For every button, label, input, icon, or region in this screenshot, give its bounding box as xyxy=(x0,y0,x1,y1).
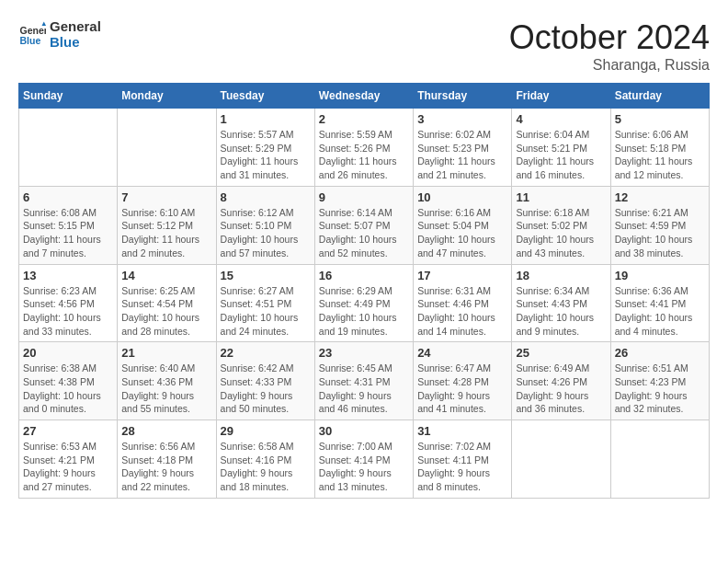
month-title: October 2024 xyxy=(509,18,710,57)
calendar-cell: 17Sunrise: 6:31 AM Sunset: 4:46 PM Dayli… xyxy=(414,264,512,342)
day-number: 25 xyxy=(516,346,606,360)
day-number: 15 xyxy=(221,269,311,282)
logo: General Blue General Blue xyxy=(18,18,101,50)
day-number: 8 xyxy=(221,190,311,204)
calendar-cell: 30Sunrise: 7:00 AM Sunset: 4:14 PM Dayli… xyxy=(314,420,413,499)
day-info: Sunrise: 6:25 AM Sunset: 4:54 PM Dayligh… xyxy=(121,284,211,339)
calendar-cell: 28Sunrise: 6:56 AM Sunset: 4:18 PM Dayli… xyxy=(118,420,216,499)
calendar-cell: 7Sunrise: 6:10 AM Sunset: 5:12 PM Daylig… xyxy=(118,186,216,264)
calendar-cell: 10Sunrise: 6:16 AM Sunset: 5:04 PM Dayli… xyxy=(414,186,512,264)
day-info: Sunrise: 7:02 AM Sunset: 4:11 PM Dayligh… xyxy=(417,440,507,494)
day-info: Sunrise: 6:31 AM Sunset: 4:46 PM Dayligh… xyxy=(417,284,507,339)
calendar-table: SundayMondayTuesdayWednesdayThursdayFrid… xyxy=(18,83,710,499)
day-number: 31 xyxy=(417,424,507,438)
day-number: 12 xyxy=(615,190,705,204)
day-number: 18 xyxy=(516,269,606,282)
day-info: Sunrise: 6:51 AM Sunset: 4:23 PM Dayligh… xyxy=(615,362,705,416)
calendar-cell: 26Sunrise: 6:51 AM Sunset: 4:23 PM Dayli… xyxy=(610,342,709,420)
day-info: Sunrise: 6:18 AM Sunset: 5:02 PM Dayligh… xyxy=(516,206,606,260)
day-info: Sunrise: 5:57 AM Sunset: 5:29 PM Dayligh… xyxy=(221,128,311,182)
calendar-cell: 23Sunrise: 6:45 AM Sunset: 4:31 PM Dayli… xyxy=(314,342,413,420)
day-number: 7 xyxy=(121,190,211,204)
day-info: Sunrise: 6:36 AM Sunset: 4:41 PM Dayligh… xyxy=(615,284,705,339)
day-number: 30 xyxy=(319,424,409,438)
day-number: 22 xyxy=(221,346,311,360)
calendar-cell: 31Sunrise: 7:02 AM Sunset: 4:11 PM Dayli… xyxy=(414,420,512,499)
day-number: 29 xyxy=(221,424,311,438)
day-info: Sunrise: 6:29 AM Sunset: 4:49 PM Dayligh… xyxy=(319,284,409,339)
calendar-cell: 12Sunrise: 6:21 AM Sunset: 4:59 PM Dayli… xyxy=(610,186,709,264)
calendar-cell: 20Sunrise: 6:38 AM Sunset: 4:38 PM Dayli… xyxy=(19,342,118,420)
day-info: Sunrise: 6:16 AM Sunset: 5:04 PM Dayligh… xyxy=(417,206,507,260)
calendar-cell: 2Sunrise: 5:59 AM Sunset: 5:26 PM Daylig… xyxy=(314,109,413,187)
day-number: 4 xyxy=(516,112,606,126)
day-info: Sunrise: 6:08 AM Sunset: 5:15 PM Dayligh… xyxy=(23,206,113,260)
day-number: 24 xyxy=(417,346,507,360)
day-number: 13 xyxy=(23,269,113,282)
page-header: General Blue General Blue October 2024 S… xyxy=(18,18,710,74)
day-info: Sunrise: 7:00 AM Sunset: 4:14 PM Dayligh… xyxy=(319,440,409,494)
title-area: October 2024 Sharanga, Russia xyxy=(509,18,710,74)
day-number: 28 xyxy=(121,424,211,438)
calendar-cell: 1Sunrise: 5:57 AM Sunset: 5:29 PM Daylig… xyxy=(216,109,314,187)
day-info: Sunrise: 6:56 AM Sunset: 4:18 PM Dayligh… xyxy=(121,440,211,494)
calendar-cell: 29Sunrise: 6:58 AM Sunset: 4:16 PM Dayli… xyxy=(216,420,314,499)
calendar-cell: 8Sunrise: 6:12 AM Sunset: 5:10 PM Daylig… xyxy=(216,186,314,264)
location: Sharanga, Russia xyxy=(509,57,710,74)
day-number: 1 xyxy=(221,112,311,126)
day-number: 16 xyxy=(319,269,409,282)
calendar-cell: 22Sunrise: 6:42 AM Sunset: 4:33 PM Dayli… xyxy=(216,342,314,420)
day-info: Sunrise: 6:40 AM Sunset: 4:36 PM Dayligh… xyxy=(121,362,211,416)
day-number: 3 xyxy=(417,112,507,126)
weekday-header: Sunday xyxy=(19,84,118,109)
day-number: 19 xyxy=(615,269,705,282)
day-info: Sunrise: 6:47 AM Sunset: 4:28 PM Dayligh… xyxy=(417,362,507,416)
calendar-cell: 15Sunrise: 6:27 AM Sunset: 4:51 PM Dayli… xyxy=(216,264,314,342)
day-info: Sunrise: 6:10 AM Sunset: 5:12 PM Dayligh… xyxy=(121,206,211,260)
day-number: 14 xyxy=(121,269,211,282)
weekday-header: Wednesday xyxy=(314,84,413,109)
day-number: 17 xyxy=(417,269,507,282)
calendar-week-row: 27Sunrise: 6:53 AM Sunset: 4:21 PM Dayli… xyxy=(19,420,710,499)
calendar-week-row: 1Sunrise: 5:57 AM Sunset: 5:29 PM Daylig… xyxy=(19,109,710,187)
calendar-cell xyxy=(118,109,216,187)
calendar-cell: 21Sunrise: 6:40 AM Sunset: 4:36 PM Dayli… xyxy=(118,342,216,420)
logo-icon: General Blue xyxy=(18,20,46,48)
day-number: 2 xyxy=(319,112,409,126)
svg-text:Blue: Blue xyxy=(20,35,41,46)
weekday-header: Friday xyxy=(512,84,610,109)
day-info: Sunrise: 6:42 AM Sunset: 4:33 PM Dayligh… xyxy=(221,362,311,416)
day-info: Sunrise: 6:12 AM Sunset: 5:10 PM Dayligh… xyxy=(221,206,311,260)
calendar-cell: 13Sunrise: 6:23 AM Sunset: 4:56 PM Dayli… xyxy=(19,264,118,342)
calendar-cell xyxy=(19,109,118,187)
day-info: Sunrise: 6:45 AM Sunset: 4:31 PM Dayligh… xyxy=(319,362,409,416)
calendar-cell: 18Sunrise: 6:34 AM Sunset: 4:43 PM Dayli… xyxy=(512,264,610,342)
calendar-cell: 25Sunrise: 6:49 AM Sunset: 4:26 PM Dayli… xyxy=(512,342,610,420)
svg-marker-2 xyxy=(42,22,47,27)
calendar-cell: 16Sunrise: 6:29 AM Sunset: 4:49 PM Dayli… xyxy=(314,264,413,342)
calendar-cell: 9Sunrise: 6:14 AM Sunset: 5:07 PM Daylig… xyxy=(314,186,413,264)
day-number: 20 xyxy=(23,346,113,360)
day-info: Sunrise: 6:27 AM Sunset: 4:51 PM Dayligh… xyxy=(221,284,311,339)
calendar-week-row: 13Sunrise: 6:23 AM Sunset: 4:56 PM Dayli… xyxy=(19,264,710,342)
day-info: Sunrise: 6:58 AM Sunset: 4:16 PM Dayligh… xyxy=(221,440,311,494)
calendar-cell: 19Sunrise: 6:36 AM Sunset: 4:41 PM Dayli… xyxy=(610,264,709,342)
logo-blue: Blue xyxy=(50,34,101,50)
day-info: Sunrise: 6:34 AM Sunset: 4:43 PM Dayligh… xyxy=(516,284,606,339)
day-info: Sunrise: 5:59 AM Sunset: 5:26 PM Dayligh… xyxy=(319,128,409,182)
calendar-week-row: 20Sunrise: 6:38 AM Sunset: 4:38 PM Dayli… xyxy=(19,342,710,420)
calendar-week-row: 6Sunrise: 6:08 AM Sunset: 5:15 PM Daylig… xyxy=(19,186,710,264)
day-info: Sunrise: 6:53 AM Sunset: 4:21 PM Dayligh… xyxy=(23,440,113,494)
calendar-cell: 6Sunrise: 6:08 AM Sunset: 5:15 PM Daylig… xyxy=(19,186,118,264)
day-number: 21 xyxy=(121,346,211,360)
day-number: 9 xyxy=(319,190,409,204)
calendar-cell xyxy=(610,420,709,499)
day-number: 11 xyxy=(516,190,606,204)
calendar-cell: 11Sunrise: 6:18 AM Sunset: 5:02 PM Dayli… xyxy=(512,186,610,264)
calendar-cell: 14Sunrise: 6:25 AM Sunset: 4:54 PM Dayli… xyxy=(118,264,216,342)
calendar-cell: 4Sunrise: 6:04 AM Sunset: 5:21 PM Daylig… xyxy=(512,109,610,187)
day-number: 27 xyxy=(23,424,113,438)
day-number: 6 xyxy=(23,190,113,204)
calendar-cell xyxy=(512,420,610,499)
calendar-cell: 3Sunrise: 6:02 AM Sunset: 5:23 PM Daylig… xyxy=(414,109,512,187)
